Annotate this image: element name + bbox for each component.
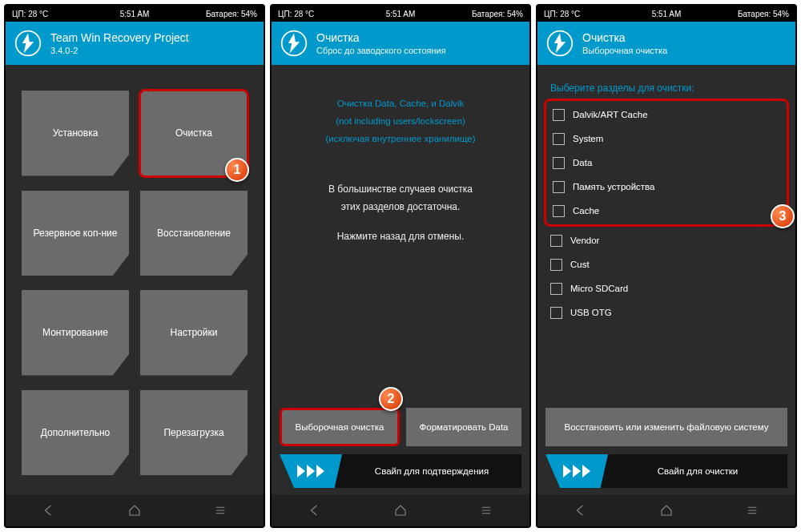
screen-title: Очистка [582, 31, 667, 44]
back-icon[interactable] [308, 503, 322, 518]
wipe-message: В большинстве случаев очистка этих разде… [280, 148, 521, 246]
partition-data[interactable]: Data [548, 151, 785, 175]
swipe-label: Свайп для очистки [608, 466, 787, 476]
phone-screen-2: ЦП: 28 °C 5:51 AM Батарея: 54% Очистка С… [270, 4, 531, 528]
status-bar: ЦП: 28 °C 5:51 AM Батарея: 54% [6, 6, 264, 22]
checkbox-icon[interactable] [550, 283, 562, 295]
checkbox-icon[interactable] [553, 109, 565, 121]
home-icon[interactable] [659, 503, 674, 518]
checkbox-icon[interactable] [550, 259, 562, 271]
partition-internal[interactable]: Память устройства [548, 175, 785, 199]
select-partitions-label: Выберите разделы для очистки: [545, 73, 787, 100]
twrp-logo-icon [14, 29, 42, 58]
status-battery: Батарея: 54% [175, 10, 257, 18]
back-icon[interactable] [574, 503, 588, 518]
header: Team Win Recovery Project 3.4.0-2 [6, 22, 264, 65]
status-cpu: ЦП: 28 °C [544, 10, 626, 18]
settings-button[interactable]: Настройки [140, 290, 248, 376]
app-version: 3.4.0-2 [50, 46, 189, 55]
checkbox-icon[interactable] [553, 205, 565, 217]
swipe-arrows-icon [280, 454, 342, 488]
partition-usbotg[interactable]: USB OTG [545, 300, 787, 324]
screen-title: Очистка [316, 31, 446, 44]
status-battery: Батарея: 54% [441, 10, 523, 18]
checkbox-icon[interactable] [553, 133, 565, 145]
partition-system[interactable]: System [548, 127, 785, 151]
twrp-logo-icon [280, 29, 308, 58]
app-title: Team Win Recovery Project [50, 31, 189, 44]
header: Очистка Сброс до заводского состояния [272, 22, 529, 65]
partition-cache[interactable]: Cache [548, 199, 785, 223]
home-icon[interactable] [393, 503, 408, 518]
partition-cust[interactable]: Cust [545, 252, 787, 276]
status-battery: Батарея: 54% [707, 10, 789, 18]
status-bar: ЦП: 28 °C 5:51 AM Батарея: 54% [537, 6, 795, 22]
advanced-wipe-button[interactable]: Выборочная очистка [280, 408, 400, 446]
checkbox-icon[interactable] [553, 181, 565, 193]
android-navbar [6, 494, 264, 526]
checkbox-icon[interactable] [550, 235, 562, 247]
swipe-to-wipe[interactable]: Свайп для очистки [545, 454, 787, 488]
step-badge-3: 3 [771, 204, 795, 228]
step-badge-1: 1 [225, 158, 249, 182]
mount-button[interactable]: Монтирование [22, 290, 129, 376]
wipe-info: Очистка Data, Cache, и Dalvik (not inclu… [280, 73, 521, 148]
status-time: 5:51 AM [94, 10, 175, 18]
advanced-button[interactable]: Дополнительно [22, 390, 129, 476]
swipe-label: Свайп для подтверждения [342, 466, 521, 476]
partition-dalvik[interactable]: Dalvik/ART Cache [548, 103, 785, 127]
reboot-button[interactable]: Перезагрузка [140, 390, 248, 476]
install-button[interactable]: Установка [22, 91, 129, 176]
twrp-logo-icon [545, 29, 574, 58]
phone-screen-1: ЦП: 28 °C 5:51 AM Батарея: 54% Team Win … [4, 4, 265, 528]
status-cpu: ЦП: 28 °C [278, 10, 360, 18]
android-navbar [272, 494, 529, 526]
phone-screen-3: ЦП: 28 °C 5:51 AM Батарея: 54% Очистка В… [536, 4, 797, 528]
backup-button[interactable]: Резервное коп-ние [22, 191, 129, 276]
format-data-button[interactable]: Форматировать Data [406, 408, 521, 446]
partition-vendor[interactable]: Vendor [545, 228, 787, 252]
swipe-to-confirm[interactable]: Свайп для подтверждения [280, 454, 521, 488]
status-time: 5:51 AM [360, 10, 441, 18]
recents-icon[interactable] [479, 503, 493, 518]
back-icon[interactable] [42, 503, 56, 518]
screen-subtitle: Сброс до заводского состояния [316, 46, 446, 55]
checkbox-icon[interactable] [553, 157, 565, 169]
home-icon[interactable] [127, 503, 142, 518]
repair-filesystem-button[interactable]: Восстановить или изменить файловую систе… [545, 408, 787, 446]
recents-icon[interactable] [745, 503, 759, 518]
header: Очистка Выборочная очистка [537, 22, 795, 65]
status-time: 5:51 AM [626, 10, 707, 18]
step-badge-2: 2 [379, 387, 403, 411]
highlighted-partitions: Dalvik/ART Cache System Data Память устр… [544, 99, 789, 227]
partition-sdcard[interactable]: Micro SDCard [545, 276, 787, 300]
restore-button[interactable]: Восстановление [140, 191, 248, 276]
swipe-arrows-icon [545, 454, 608, 488]
screen-subtitle: Выборочная очистка [582, 46, 667, 55]
status-cpu: ЦП: 28 °C [12, 10, 94, 18]
android-navbar [537, 494, 795, 526]
recents-icon[interactable] [213, 503, 227, 518]
status-bar: ЦП: 28 °C 5:51 AM Батарея: 54% [272, 6, 529, 22]
checkbox-icon[interactable] [550, 307, 562, 319]
